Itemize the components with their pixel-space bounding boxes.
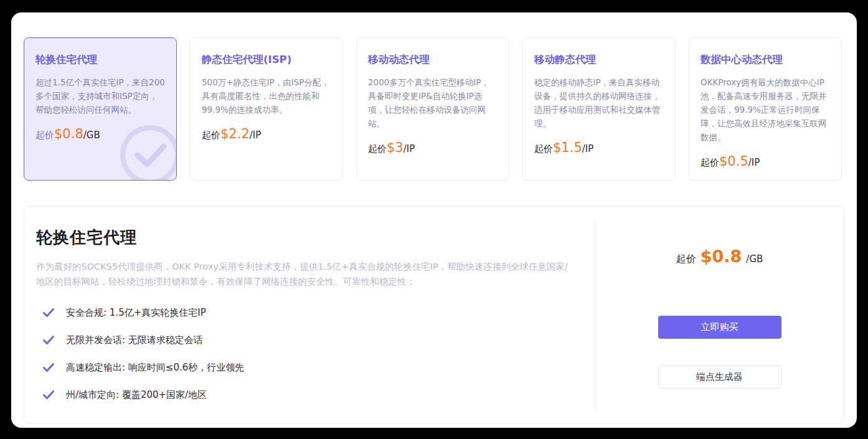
price-amount: $0.5 <box>719 154 748 169</box>
feature-item: 州/城市定向: 覆盖200+国家/地区 <box>36 387 572 402</box>
feature-item: 高速稳定输出: 响应时间≤0.6秒，行业领先 <box>36 360 572 375</box>
feature-label: 安全合规: 1.5亿+真实轮换住宅IP <box>66 307 206 319</box>
card-description: OKKProxy拥有最大的数据中心IP池，配备高速专用服务器，无限并发会话，99… <box>701 75 830 144</box>
price-amount: $2.2 <box>220 126 250 141</box>
price-amount: $0.8 <box>54 126 83 141</box>
detail-description: 作为最好的SOCKS5代理提供商，OKK Proxy采用专利技术支持，提供1.5… <box>36 259 572 289</box>
card-price: 起价$3/IP <box>368 140 498 155</box>
card-title: 数据中心动态代理 <box>701 53 830 67</box>
product-card-datacenter-dynamic[interactable]: 数据中心动态代理 OKKProxy拥有最大的数据中心IP池，配备高速专用服务器，… <box>689 37 842 181</box>
product-cards-row: 轮换住宅代理 超过1.5亿个真实住宅IP，来自200多个国家，支持城市和ISP定… <box>11 12 857 181</box>
price-unit: /IP <box>403 143 415 154</box>
price-unit: /GB <box>83 130 100 141</box>
feature-label: 州/城市定向: 覆盖200+国家/地区 <box>66 389 207 401</box>
card-title: 轮换住宅代理 <box>35 53 165 67</box>
price-amount: $3 <box>387 140 403 155</box>
price-amount: $0.8 <box>701 247 742 266</box>
product-card-mobile-dynamic[interactable]: 移动动态代理 2000多万个真实住宅型移动IP，具备即时变更IP&自动轮换IP选… <box>356 37 509 181</box>
product-card-rotating-residential[interactable]: 轮换住宅代理 超过1.5亿个真实住宅IP，来自200多个国家，支持城市和ISP定… <box>24 37 177 181</box>
card-description: 稳定的移动静态IP，来自真实移动设备，提供持久的移动网络连接，适用于移动应用测试… <box>534 75 664 130</box>
feature-item: 无限并发会话: 无限请求稳定会话 <box>36 333 572 347</box>
checkmark-icon <box>42 389 55 401</box>
price-prefix: 起价 <box>35 130 54 141</box>
detail-price: 起价 $0.8 /GB <box>676 247 763 266</box>
feature-label: 高速稳定输出: 响应时间≤0.6秒，行业领先 <box>66 362 244 374</box>
card-price: 起价$0.8/GB <box>35 126 165 141</box>
price-prefix: 起价 <box>534 143 553 154</box>
card-description: 500万+静态住宅IP，由ISP分配，具有高度匿名性，出色的性能和99.9%的连… <box>202 75 331 116</box>
price-amount: $1.5 <box>553 140 582 155</box>
main-panel: 轮换住宅代理 超过1.5亿个真实住宅IP，来自200多个国家，支持城市和ISP定… <box>11 12 857 428</box>
checkmark-icon <box>42 306 55 319</box>
card-title: 移动动态代理 <box>368 53 498 67</box>
price-prefix: 起价 <box>202 130 220 141</box>
buy-now-button[interactable]: 立即购买 <box>658 316 781 339</box>
detail-info-section: 轮换住宅代理 作为最好的SOCKS5代理提供商，OKK Proxy采用专利技术支… <box>24 207 595 423</box>
price-unit: /IP <box>250 130 262 141</box>
card-title: 静态住宅代理(ISP) <box>202 53 331 67</box>
card-description: 2000多万个真实住宅型移动IP，具备即时变更IP&自动轮换IP选项，让您轻松在… <box>368 75 498 130</box>
card-description: 超过1.5亿个真实住宅IP，来自200多个国家，支持城市和ISP定向，帮助您轻松… <box>35 75 165 116</box>
card-price: 起价$1.5/IP <box>534 140 664 155</box>
product-detail-panel: 轮换住宅代理 作为最好的SOCKS5代理提供商，OKK Proxy采用专利技术支… <box>24 206 844 424</box>
endpoint-generator-button[interactable]: 端点生成器 <box>658 366 781 389</box>
checkmark-icon <box>42 334 55 346</box>
checkmark-icon <box>42 361 55 374</box>
feature-list: 安全合规: 1.5亿+真实轮换住宅IP 无限并发会话: 无限请求稳定会话 高速稳… <box>36 305 572 402</box>
price-prefix: 起价 <box>701 157 719 168</box>
product-card-static-residential-isp[interactable]: 静态住宅代理(ISP) 500万+静态住宅IP，由ISP分配，具有高度匿名性，出… <box>190 37 343 181</box>
price-prefix: 起价 <box>368 143 387 154</box>
price-unit: /GB <box>746 253 763 265</box>
price-unit: /IP <box>582 143 594 154</box>
product-card-mobile-static[interactable]: 移动静态代理 稳定的移动静态IP，来自真实移动设备，提供持久的移动网络连接，适用… <box>522 37 676 181</box>
price-unit: /IP <box>748 157 760 168</box>
price-prefix: 起价 <box>676 253 696 266</box>
card-price: 起价$2.2/IP <box>202 126 331 141</box>
card-title: 移动静态代理 <box>534 53 664 67</box>
detail-purchase-section: 起价 $0.8 /GB 立即购买 端点生成器 <box>595 207 844 423</box>
detail-title: 轮换住宅代理 <box>36 227 572 248</box>
card-price: 起价$0.5/IP <box>701 154 830 169</box>
feature-label: 无限并发会话: 无限请求稳定会话 <box>66 334 203 346</box>
feature-item: 安全合规: 1.5亿+真实轮换住宅IP <box>36 305 572 320</box>
